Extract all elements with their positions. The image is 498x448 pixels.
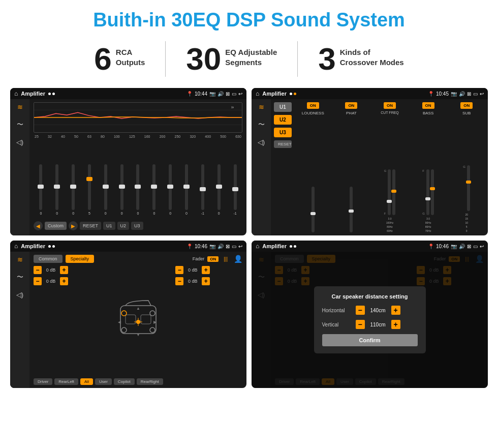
back-icon-1[interactable]: ↩: [238, 91, 242, 97]
back-icon-3[interactable]: ↩: [238, 244, 242, 249]
loudness-slider[interactable]: [312, 187, 315, 232]
db-value-bottomright: 0 dB: [185, 279, 200, 284]
speaker-icon-3[interactable]: ◁): [16, 291, 23, 298]
time-2: 10:45: [436, 91, 449, 97]
user-btn-3[interactable]: User: [95, 378, 112, 385]
wave-icon-3[interactable]: 〜: [17, 273, 23, 282]
home-icon-4[interactable]: ⌂: [256, 243, 259, 250]
sub-on-btn[interactable]: ON: [460, 102, 473, 109]
bass-slider-f[interactable]: [426, 169, 429, 215]
status-right-4: 📍 10:46 📷 🔊 ⊠ ▭ ↩: [428, 244, 484, 249]
status-bar-3: ⌂ Amplifier 📍 10:46 📷 🔊 ⊠ ▭ ↩: [10, 241, 246, 252]
dialog-horizontal-plus[interactable]: +: [391, 306, 400, 315]
u3-btn[interactable]: U3: [274, 128, 292, 137]
stat-crossover-number: 3: [318, 43, 335, 75]
screen-sidebar-1: ≋ 〜 ◁): [10, 99, 29, 235]
bass-label: BASS: [423, 111, 433, 115]
all-btn-3[interactable]: All: [80, 378, 93, 385]
home-icon-2[interactable]: ⌂: [256, 90, 259, 97]
phat-on-btn[interactable]: ON: [345, 102, 357, 109]
eq-prev-btn[interactable]: ◀: [34, 221, 43, 230]
svg-text:▼: ▼: [136, 333, 140, 337]
rearright-btn-3[interactable]: RearRight: [137, 378, 163, 385]
tab-specialty-3[interactable]: Specialty: [66, 255, 95, 263]
amp-u-buttons: U1 U2 U3 RESET: [274, 102, 292, 232]
back-icon-2[interactable]: ↩: [480, 91, 484, 97]
page-title: Buith-in 30EQ DSP Sound System: [0, 0, 498, 36]
db-plus-topleft[interactable]: +: [60, 266, 68, 274]
eq-u3-btn[interactable]: U3: [131, 222, 143, 230]
volume-icon-1: 🔊: [217, 91, 224, 97]
eq-freq-labels: 253240 506380 100125160 200250320 400500…: [34, 135, 242, 138]
phat-label: PHAT: [346, 111, 357, 115]
sub-slider[interactable]: [467, 165, 470, 211]
dialog-vertical-minus[interactable]: −: [356, 320, 365, 329]
db-plus-bottomright[interactable]: +: [202, 277, 210, 285]
slider-track-1[interactable]: [39, 164, 42, 210]
cutfreq-on-btn[interactable]: ON: [384, 102, 396, 109]
dot-7: [290, 245, 292, 248]
driver-btn-3[interactable]: Driver: [34, 378, 52, 385]
tab-common-3[interactable]: Common: [34, 255, 63, 263]
eq-u2-btn[interactable]: U2: [117, 222, 130, 230]
db-plus-bottomleft[interactable]: +: [60, 277, 68, 285]
eq-custom-btn[interactable]: Custom: [45, 222, 67, 230]
bass-on-btn[interactable]: ON: [422, 102, 434, 109]
loudness-on-btn[interactable]: ON: [307, 102, 319, 109]
dot-6: [52, 245, 55, 248]
window-icon-3: ▭: [232, 244, 236, 249]
db-minus-topright[interactable]: −: [175, 266, 183, 274]
db-value-topright: 0 dB: [185, 267, 200, 273]
dialog-horizontal-value: 140cm: [368, 308, 388, 313]
u1-btn[interactable]: U1: [274, 102, 292, 112]
wave-icon-1[interactable]: 〜: [17, 120, 23, 129]
confirm-button[interactable]: Confirm: [322, 334, 418, 346]
svg-point-7: [121, 311, 127, 316]
dialog-vertical-plus[interactable]: +: [391, 320, 400, 329]
eq-icon-2[interactable]: ≋: [259, 103, 264, 111]
eq-icon-1[interactable]: ≋: [17, 103, 23, 111]
db-minus-bottomleft[interactable]: −: [34, 277, 42, 285]
screen-body-2: ≋ 〜 ◁) U1 U2 U3 RESET ON LOUDNESS: [252, 99, 488, 235]
eq-reset-btn[interactable]: RESET: [80, 222, 101, 230]
home-icon-3[interactable]: ⌂: [14, 243, 18, 250]
copilot-btn-3[interactable]: Copilot: [114, 378, 135, 385]
eq-next-btn[interactable]: ▶: [69, 221, 78, 230]
db-plus-topright[interactable]: +: [202, 266, 210, 274]
status-bar-1: ⌂ Amplifier 📍 10:44 📷 🔊 ⊠ ▭ ↩: [10, 88, 246, 99]
phat-slider[interactable]: [350, 187, 353, 232]
eq-icon-3[interactable]: ≋: [17, 256, 23, 263]
fader-sliders-icon: |||: [224, 256, 228, 262]
channel-sub: ON SUB G 20151050: [448, 102, 485, 232]
db-minus-bottomright[interactable]: −: [175, 277, 183, 285]
speaker-icon-1[interactable]: ◁): [16, 138, 23, 146]
wave-icon-2[interactable]: 〜: [258, 120, 265, 129]
dialog-horizontal-minus[interactable]: −: [356, 306, 365, 315]
home-icon-1[interactable]: ⌂: [14, 90, 18, 97]
speaker-icon-2[interactable]: ◁): [258, 138, 265, 146]
svg-point-8: [150, 311, 155, 316]
app-name-2: Amplifier: [262, 91, 287, 97]
db-minus-topleft[interactable]: −: [34, 266, 42, 274]
u2-btn[interactable]: U2: [274, 115, 292, 125]
stat-eq-number: 30: [186, 43, 221, 75]
window-icon-4: ▭: [473, 244, 478, 249]
status-dots-4: [290, 245, 296, 248]
cutfreq-slider-f[interactable]: [392, 169, 395, 215]
camera-icon-3: 📷: [209, 244, 215, 249]
bass-slider-g[interactable]: [431, 169, 434, 215]
db-control-topright: − 0 dB +: [175, 266, 242, 274]
rearleft-btn-3[interactable]: RearLeft: [54, 378, 78, 385]
db-control-bottomleft: − 0 dB +: [34, 277, 101, 285]
fader-bottom-bar: Driver RearLeft All User Copilot RearRig…: [34, 378, 242, 385]
dialog-row-horizontal: Horizontal − 140cm +: [322, 306, 418, 315]
dialog-title: Car speaker distance setting: [322, 293, 418, 300]
dialog-row-vertical: Vertical − 110cm +: [322, 320, 418, 329]
person-icon-3: 👤: [234, 255, 242, 263]
eq-u1-btn[interactable]: U1: [103, 222, 115, 230]
box-icon-1: ⊠: [226, 91, 230, 97]
amp-reset-btn[interactable]: RESET: [274, 140, 292, 148]
stat-crossover: 3 Kinds ofCrossover Modes: [298, 43, 424, 75]
back-icon-4[interactable]: ↩: [480, 244, 484, 249]
cutfreq-slider-g[interactable]: [388, 169, 391, 215]
